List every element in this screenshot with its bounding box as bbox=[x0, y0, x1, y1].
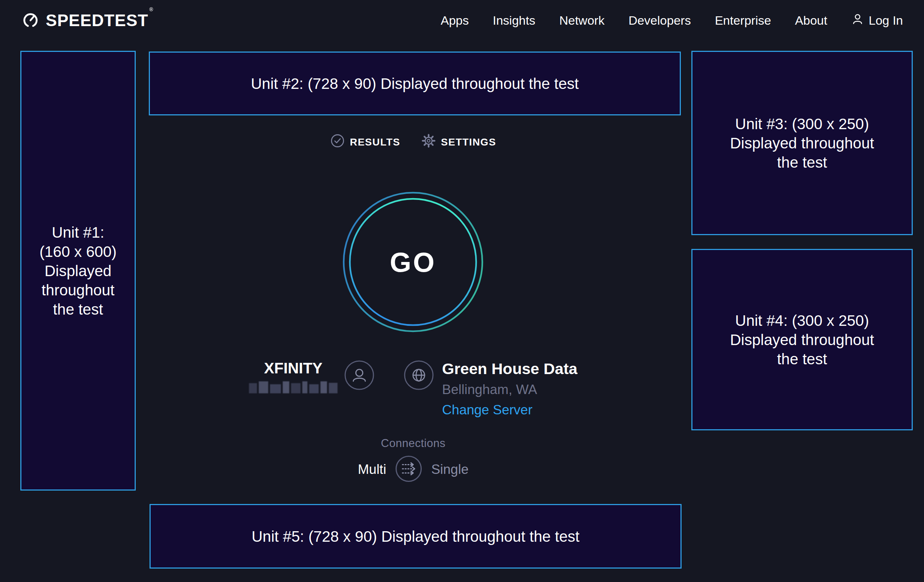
connections-single-option[interactable]: Single bbox=[431, 462, 469, 477]
ad-text: Unit #2: (728 x 90) Displayed throughout… bbox=[251, 74, 579, 93]
top-nav: SPEEDTEST® Apps Insights Network Develop… bbox=[0, 0, 924, 41]
nav-item-about[interactable]: About bbox=[795, 13, 827, 28]
logo-wordmark: SPEEDTEST® bbox=[46, 12, 152, 29]
isp-name: XFINITY bbox=[264, 359, 323, 378]
tab-settings-label: SETTINGS bbox=[441, 137, 496, 148]
isp-user-icon bbox=[344, 360, 375, 392]
ad-unit-3-rectangle[interactable]: Unit #3: (300 x 250) Displayed throughou… bbox=[691, 51, 913, 235]
ad-text-line: Unit #4: (300 x 250) bbox=[735, 311, 869, 330]
trademark-symbol: ® bbox=[150, 7, 153, 12]
tab-results[interactable]: RESULTS bbox=[330, 134, 400, 150]
change-server-link[interactable]: Change Server bbox=[442, 402, 578, 418]
speedtest-logo[interactable]: SPEEDTEST® bbox=[21, 10, 152, 30]
ad-text-line: (160 x 600) bbox=[40, 242, 117, 261]
ad-text-line: Unit #3: (300 x 250) bbox=[735, 114, 869, 134]
login-button[interactable]: Log In bbox=[851, 12, 903, 28]
ad-unit-5-leaderboard[interactable]: Unit #5: (728 x 90) Displayed throughout… bbox=[150, 504, 681, 569]
nav-item-enterprise[interactable]: Enterprise bbox=[715, 13, 771, 28]
ad-text-line: the test bbox=[777, 153, 827, 172]
go-label: GO bbox=[342, 191, 484, 333]
login-label: Log In bbox=[868, 13, 903, 28]
tab-settings[interactable]: SETTINGS bbox=[421, 134, 496, 150]
globe-icon bbox=[404, 360, 434, 392]
redacted-ip bbox=[249, 380, 338, 393]
nav-menu: Apps Insights Network Developers Enterpr… bbox=[441, 12, 903, 28]
ad-unit-4-rectangle[interactable]: Unit #4: (300 x 250) Displayed throughou… bbox=[691, 249, 913, 430]
ad-text: Unit #5: (728 x 90) Displayed throughout… bbox=[251, 527, 579, 546]
nav-item-network[interactable]: Network bbox=[559, 13, 605, 28]
ad-text-line: Displayed bbox=[45, 261, 111, 280]
ad-unit-1-skyscraper[interactable]: Unit #1: (160 x 600) Displayed throughou… bbox=[20, 51, 136, 491]
connections-mode-toggle[interactable] bbox=[395, 455, 422, 484]
gear-icon bbox=[421, 134, 436, 150]
ad-text-line: the test bbox=[53, 300, 103, 319]
nav-item-apps[interactable]: Apps bbox=[441, 13, 469, 28]
ad-text-line: throughout bbox=[42, 280, 115, 300]
speedometer-icon bbox=[21, 10, 40, 30]
connections-section: Connections Multi Single bbox=[135, 437, 691, 484]
user-icon bbox=[851, 12, 864, 28]
connections-multi-option[interactable]: Multi bbox=[358, 462, 386, 477]
go-button[interactable]: GO bbox=[342, 191, 484, 333]
test-meta-row: XFINITY bbox=[135, 359, 691, 418]
ad-text-line: Displayed throughout bbox=[730, 330, 874, 350]
ad-text-line: the test bbox=[777, 350, 827, 369]
connections-toggle-row: Multi Single bbox=[358, 455, 469, 484]
speedtest-page: SPEEDTEST® Apps Insights Network Develop… bbox=[0, 0, 924, 582]
check-circle-icon bbox=[330, 134, 345, 150]
server-location: Bellingham, WA bbox=[442, 382, 578, 398]
server-info: Green House Data Bellingham, WA Change S… bbox=[404, 359, 578, 418]
results-settings-tabs: RESULTS SETTINGS bbox=[135, 134, 691, 150]
tab-results-label: RESULTS bbox=[350, 137, 400, 148]
server-name: Green House Data bbox=[442, 359, 578, 378]
ad-text-line: Unit #1: bbox=[52, 223, 104, 242]
ad-text-line: Displayed throughout bbox=[730, 134, 874, 153]
isp-info: XFINITY bbox=[249, 359, 375, 393]
nav-item-insights[interactable]: Insights bbox=[493, 13, 535, 28]
ad-unit-2-leaderboard[interactable]: Unit #2: (728 x 90) Displayed throughout… bbox=[149, 51, 681, 115]
connections-label: Connections bbox=[381, 437, 446, 450]
nav-item-developers[interactable]: Developers bbox=[629, 13, 691, 28]
